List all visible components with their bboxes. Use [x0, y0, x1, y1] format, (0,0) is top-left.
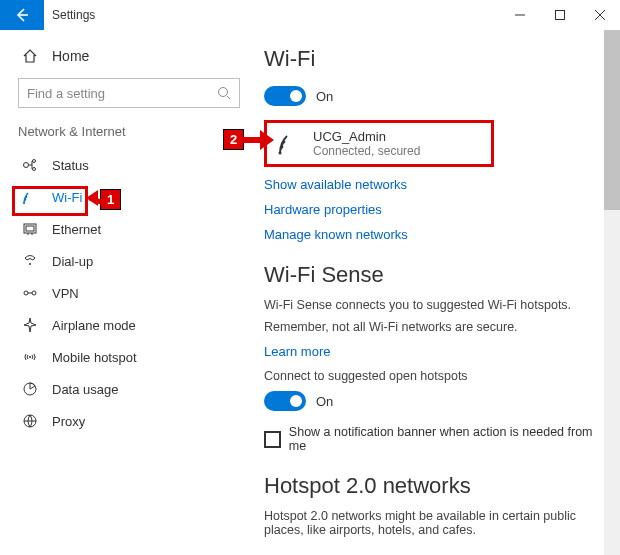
titlebar: Settings [0, 0, 620, 30]
minimize-icon [515, 10, 525, 20]
close-icon [595, 10, 605, 20]
hotspot20-p: Hotspot 2.0 networks might be available … [264, 509, 610, 537]
nav-list: Status Wi-Fi Ethernet Dial-up VPN Airpla… [0, 149, 258, 437]
wifi-signal-icon [277, 133, 301, 155]
nav-label: Ethernet [52, 222, 101, 237]
hardware-props-link[interactable]: Hardware properties [264, 202, 610, 217]
category-label: Network & Internet [0, 118, 258, 149]
svg-rect-0 [556, 11, 565, 20]
main-panel: Wi-Fi On UCG_Admin Connected, secured Sh… [258, 30, 620, 555]
search-icon [217, 86, 231, 100]
status-icon [22, 157, 38, 173]
nav-label: Proxy [52, 414, 85, 429]
search-placeholder: Find a setting [27, 86, 105, 101]
open-hotspots-label: Connect to suggested open hotspots [264, 369, 610, 383]
minimize-button[interactable] [500, 0, 540, 30]
nav-label: Data usage [52, 382, 119, 397]
scrollbar-thumb[interactable] [604, 30, 620, 210]
nav-status[interactable]: Status [0, 149, 258, 181]
hotspot20-heading: Hotspot 2.0 networks [264, 473, 610, 499]
nav-data[interactable]: Data usage [0, 373, 258, 405]
nav-ethernet[interactable]: Ethernet [0, 213, 258, 245]
sense-p1: Wi-Fi Sense connects you to suggested Wi… [264, 298, 610, 312]
nav-vpn[interactable]: VPN [0, 277, 258, 309]
nav-label: Airplane mode [52, 318, 136, 333]
airplane-icon [22, 317, 38, 333]
show-networks-link[interactable]: Show available networks [264, 177, 610, 192]
nav-airplane[interactable]: Airplane mode [0, 309, 258, 341]
nav-label: Dial-up [52, 254, 93, 269]
data-icon [22, 381, 38, 397]
notification-label: Show a notification banner when action i… [289, 425, 610, 453]
sidebar: Home Find a setting Network & Internet S… [0, 30, 258, 555]
ethernet-icon [22, 221, 38, 237]
nav-wifi[interactable]: Wi-Fi [0, 181, 258, 213]
home-button[interactable]: Home [0, 40, 258, 72]
svg-point-9 [24, 291, 28, 295]
nav-dialup[interactable]: Dial-up [0, 245, 258, 277]
svg-point-14 [279, 151, 282, 154]
svg-point-11 [29, 356, 31, 358]
window-title: Settings [52, 8, 95, 22]
current-network[interactable]: UCG_Admin Connected, secured [264, 120, 494, 167]
nav-proxy[interactable]: Proxy [0, 405, 258, 437]
nav-label: VPN [52, 286, 79, 301]
network-status: Connected, secured [313, 144, 420, 158]
sense-p2: Remember, not all Wi-Fi networks are sec… [264, 320, 610, 334]
svg-point-2 [24, 163, 29, 168]
wifi-sense-heading: Wi-Fi Sense [264, 262, 610, 288]
open-hotspots-toggle-label: On [316, 394, 333, 409]
vpn-icon [22, 285, 38, 301]
wifi-heading: Wi-Fi [264, 46, 610, 72]
nav-label: Status [52, 158, 89, 173]
home-icon [22, 48, 38, 64]
manage-known-link[interactable]: Manage known networks [264, 227, 610, 242]
hotspot-icon [22, 349, 38, 365]
wifi-icon [22, 189, 38, 205]
open-hotspots-toggle[interactable] [264, 391, 306, 411]
svg-point-8 [29, 263, 31, 265]
svg-point-1 [219, 88, 228, 97]
back-button[interactable] [0, 0, 44, 30]
nav-label: Mobile hotspot [52, 350, 137, 365]
svg-point-3 [33, 160, 36, 163]
arrow-left-icon [14, 7, 30, 23]
svg-rect-7 [26, 226, 34, 231]
wifi-toggle-label: On [316, 89, 333, 104]
svg-point-10 [32, 291, 36, 295]
maximize-icon [555, 10, 565, 20]
dialup-icon [22, 253, 38, 269]
notification-checkbox[interactable] [264, 431, 281, 448]
network-name: UCG_Admin [313, 129, 420, 144]
proxy-icon [22, 413, 38, 429]
home-label: Home [52, 48, 89, 64]
search-input[interactable]: Find a setting [18, 78, 240, 108]
svg-point-4 [33, 168, 36, 171]
maximize-button[interactable] [540, 0, 580, 30]
close-button[interactable] [580, 0, 620, 30]
nav-label: Wi-Fi [52, 190, 82, 205]
learn-more-link[interactable]: Learn more [264, 344, 610, 359]
wifi-toggle[interactable] [264, 86, 306, 106]
svg-point-5 [23, 202, 25, 204]
nav-hotspot[interactable]: Mobile hotspot [0, 341, 258, 373]
